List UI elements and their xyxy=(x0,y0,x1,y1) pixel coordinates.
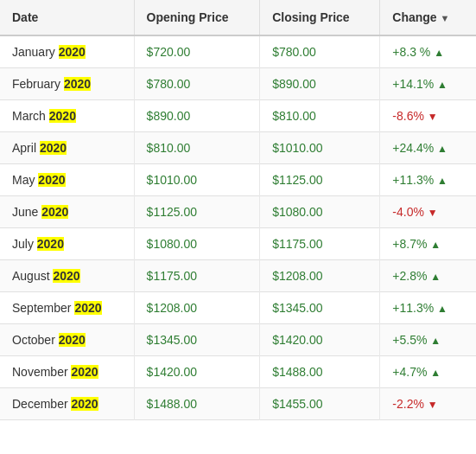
opening-price-cell: $810.00 xyxy=(134,132,260,164)
opening-price-cell: $890.00 xyxy=(134,100,260,132)
table-row: September 2020$1208.00$1345.00+11.3% ▲ xyxy=(0,292,476,324)
opening-price-cell: $1080.00 xyxy=(134,228,260,260)
date-column-header: Date xyxy=(0,0,134,35)
table-row: February 2020$780.00$890.00+14.1% ▲ xyxy=(0,68,476,100)
change-value: -2.2% xyxy=(392,397,424,411)
opening-price-cell: $720.00 xyxy=(134,35,260,68)
change-cell: +8.7% ▲ xyxy=(380,228,476,260)
month-label: February xyxy=(12,77,64,91)
up-arrow-icon: ▲ xyxy=(437,143,447,155)
year-label: 2020 xyxy=(40,141,67,155)
table-row: August 2020$1175.00$1208.00+2.8% ▲ xyxy=(0,260,476,292)
year-label: 2020 xyxy=(59,333,86,347)
date-cell: April 2020 xyxy=(0,132,134,164)
closing-price-cell: $1010.00 xyxy=(260,132,380,164)
closing-price-column-header: Closing Price xyxy=(260,0,380,35)
up-arrow-icon: ▲ xyxy=(430,367,441,379)
closing-price-cell: $1125.00 xyxy=(260,164,380,196)
closing-price-cell: $1175.00 xyxy=(260,228,380,260)
change-column-header: Change ▼ xyxy=(380,0,476,35)
change-cell: +11.3% ▲ xyxy=(380,164,476,196)
change-cell: +4.7% ▲ xyxy=(380,356,476,388)
month-label: April xyxy=(12,141,40,155)
change-value: +11.3% xyxy=(392,173,434,187)
change-value: -4.0% xyxy=(392,205,424,219)
date-cell: December 2020 xyxy=(0,388,134,420)
opening-price-cell: $1345.00 xyxy=(134,324,260,356)
month-label: October xyxy=(12,333,59,347)
change-cell: +14.1% ▲ xyxy=(380,68,476,100)
date-cell: August 2020 xyxy=(0,260,134,292)
closing-price-cell: $1455.00 xyxy=(260,388,380,420)
year-label: 2020 xyxy=(41,205,68,219)
change-cell: -8.6% ▼ xyxy=(380,100,476,132)
table-row: October 2020$1345.00$1420.00+5.5% ▲ xyxy=(0,324,476,356)
closing-price-cell: $1208.00 xyxy=(260,260,380,292)
opening-price-cell: $1010.00 xyxy=(134,164,260,196)
price-table: Date Opening Price Closing Price Change … xyxy=(0,0,476,420)
closing-price-cell: $890.00 xyxy=(260,68,380,100)
year-label: 2020 xyxy=(71,397,98,411)
opening-price-cell: $1125.00 xyxy=(134,196,260,228)
month-label: December xyxy=(12,397,71,411)
up-arrow-icon: ▲ xyxy=(430,271,441,283)
date-cell: November 2020 xyxy=(0,356,134,388)
opening-price-column-header: Opening Price xyxy=(134,0,260,35)
change-cell: +2.8% ▲ xyxy=(380,260,476,292)
year-label: 2020 xyxy=(64,77,91,91)
date-cell: October 2020 xyxy=(0,324,134,356)
opening-price-cell: $1420.00 xyxy=(134,356,260,388)
month-label: September xyxy=(12,301,74,315)
down-arrow-icon: ▼ xyxy=(428,207,438,219)
year-label: 2020 xyxy=(53,269,79,283)
date-cell: June 2020 xyxy=(0,196,134,228)
change-cell: +5.5% ▲ xyxy=(380,324,476,356)
date-cell: July 2020 xyxy=(0,228,134,260)
up-arrow-icon: ▲ xyxy=(437,175,447,187)
change-cell: +24.4% ▲ xyxy=(380,132,476,164)
year-label: 2020 xyxy=(37,237,64,251)
change-cell: +8.3 % ▲ xyxy=(380,35,476,68)
change-value: +4.7% xyxy=(392,365,427,379)
change-value: +5.5% xyxy=(392,333,427,347)
down-arrow-icon: ▼ xyxy=(428,111,438,123)
change-value: +24.4% xyxy=(392,141,434,155)
opening-price-cell: $1175.00 xyxy=(134,260,260,292)
table-row: June 2020$1125.00$1080.00-4.0% ▼ xyxy=(0,196,476,228)
change-cell: -4.0% ▼ xyxy=(380,196,476,228)
closing-price-cell: $1488.00 xyxy=(260,356,380,388)
month-label: January xyxy=(12,45,59,59)
change-cell: +11.3% ▲ xyxy=(380,292,476,324)
table-row: December 2020$1488.00$1455.00-2.2% ▼ xyxy=(0,388,476,420)
opening-price-cell: $1488.00 xyxy=(134,388,260,420)
closing-price-cell: $1345.00 xyxy=(260,292,380,324)
date-cell: January 2020 xyxy=(0,35,134,68)
opening-price-cell: $1208.00 xyxy=(134,292,260,324)
closing-price-cell: $1420.00 xyxy=(260,324,380,356)
change-value: +11.3% xyxy=(392,301,434,315)
year-label: 2020 xyxy=(59,45,86,59)
change-value: -8.6% xyxy=(392,109,424,123)
closing-price-cell: $810.00 xyxy=(260,100,380,132)
table-row: November 2020$1420.00$1488.00+4.7% ▲ xyxy=(0,356,476,388)
sort-arrow-icon[interactable]: ▼ xyxy=(441,13,450,23)
closing-price-cell: $780.00 xyxy=(260,35,380,68)
date-cell: February 2020 xyxy=(0,68,134,100)
change-value: +2.8% xyxy=(392,269,427,283)
down-arrow-icon: ▼ xyxy=(428,399,438,411)
year-label: 2020 xyxy=(74,301,101,315)
year-label: 2020 xyxy=(38,173,65,187)
date-cell: September 2020 xyxy=(0,292,134,324)
closing-price-cell: $1080.00 xyxy=(260,196,380,228)
year-label: 2020 xyxy=(49,109,76,123)
table-row: March 2020$890.00$810.00-8.6% ▼ xyxy=(0,100,476,132)
month-label: March xyxy=(12,109,49,123)
up-arrow-icon: ▲ xyxy=(430,335,441,347)
change-cell: -2.2% ▼ xyxy=(380,388,476,420)
change-value: +14.1% xyxy=(392,77,434,91)
table-row: January 2020$720.00$780.00+8.3 % ▲ xyxy=(0,35,476,68)
up-arrow-icon: ▲ xyxy=(430,239,441,251)
month-label: August xyxy=(12,269,53,283)
month-label: November xyxy=(12,365,71,379)
table-row: April 2020$810.00$1010.00+24.4% ▲ xyxy=(0,132,476,164)
